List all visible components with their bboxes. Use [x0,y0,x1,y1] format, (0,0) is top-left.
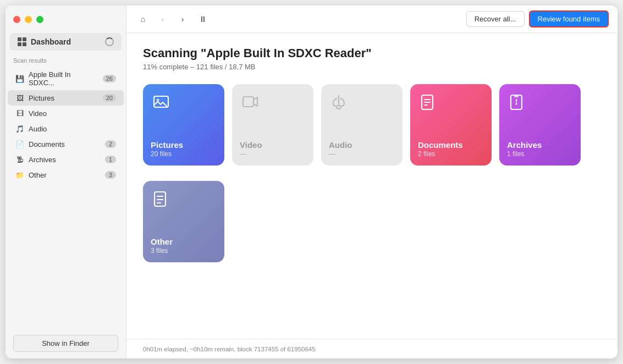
folder-icon: 📁 [15,170,24,179]
card-pictures-sublabel: 20 files [151,150,172,158]
sidebar-item-archives[interactable]: 🗜 Archives 1 [8,152,124,167]
content-area: Scanning "Apple Built In SDXC Reader" 11… [126,33,618,339]
sidebar-item-label: Documents [29,140,101,148]
sidebar-badge: 2 [105,140,116,148]
music-icon: 🎵 [15,124,24,133]
sidebar-badge: 3 [105,171,116,179]
sidebar-item-other[interactable]: 📁 Other 3 [8,167,124,183]
svg-point-3 [337,106,341,109]
back-button[interactable]: ‹ [155,12,170,27]
sidebar-item-documents[interactable]: 📄 Documents 2 [8,136,124,152]
card-video[interactable]: Video — [232,84,313,166]
sidebar-badge: 20 [103,94,116,102]
forward-button[interactable]: › [175,12,190,27]
sidebar: Dashboard Scan results 💾 Apple Built In … [5,5,126,359]
dashboard-item[interactable]: Dashboard [10,33,122,51]
pause-button[interactable]: ⏸ [195,12,210,27]
documents-card-icon [420,94,434,114]
card-archives[interactable]: Archives 1 files [499,84,581,166]
dashboard-label: Dashboard [31,37,71,46]
review-arrow-indicator [616,5,618,13]
other-card-icon [153,191,167,211]
dashboard-icon [18,37,26,46]
status-text: 0h01m elapsed, ~0h10m remain, block 7137… [143,346,316,352]
card-video-label: Video [240,140,262,150]
arrow-container: Review found items [529,10,609,27]
review-found-items-button[interactable]: Review found items [529,10,609,27]
sidebar-badge: 1 [105,156,116,163]
sidebar-item-pictures[interactable]: 🖼 Pictures 20 [8,90,124,106]
sidebar-item-video[interactable]: 🎞 Video [8,106,124,121]
minimize-button[interactable] [25,16,32,23]
hdd-icon: 💾 [15,74,24,83]
sidebar-item-label: Audio [29,125,116,133]
loading-spinner [105,37,114,46]
card-pictures-label: Pictures [151,140,183,150]
archives-card-icon [509,94,523,114]
cards-grid: Pictures 20 files Video — Audio [143,84,601,262]
sidebar-item-label: Pictures [29,94,98,102]
title-bar [5,5,126,33]
card-documents-label: Documents [418,140,463,150]
sidebar-item-label: Video [29,109,116,118]
scan-title: Scanning "Apple Built In SDXC Reader" [143,46,601,60]
svg-rect-9 [514,95,519,97]
card-documents-sublabel: 2 files [418,150,435,158]
sidebar-item-label: Apple Built In SDXC... [29,70,98,87]
svg-rect-2 [243,97,253,107]
card-video-sublabel: — [240,150,246,158]
card-archives-sublabel: 1 files [507,150,524,158]
audio-card-icon [331,94,346,114]
sidebar-item-audio[interactable]: 🎵 Audio [8,121,124,136]
scan-results-label: Scan results [5,55,126,67]
close-button[interactable] [13,16,20,23]
svg-point-1 [157,99,159,102]
recover-all-button[interactable]: Recover all... [466,11,525,27]
home-button[interactable]: ⌂ [135,12,151,27]
card-audio-sublabel: — [329,150,335,158]
maximize-button[interactable] [36,16,43,23]
toolbar: ⌂ ‹ › ⏸ Recover all... Review found item… [126,5,618,33]
sidebar-item-apple-built-in[interactable]: 💾 Apple Built In SDXC... 26 [8,67,124,90]
show-in-finder-button[interactable]: Show in Finder [13,335,118,352]
sidebar-item-label: Archives [29,156,101,164]
card-other[interactable]: Other 3 files [143,181,224,262]
pictures-card-icon [153,94,169,113]
doc-icon: 📄 [15,140,24,148]
status-bar: 0h01m elapsed, ~0h10m remain, block 7137… [126,339,618,359]
archive-icon: 🗜 [15,155,24,164]
card-other-label: Other [151,237,173,247]
sidebar-badge: 26 [103,75,116,82]
sidebar-item-label: Other [29,171,101,179]
sidebar-footer: Show in Finder [5,328,126,359]
film-icon: 🎞 [15,109,24,118]
card-pictures[interactable]: Pictures 20 files [143,84,224,166]
card-archives-label: Archives [507,140,542,150]
card-audio-label: Audio [329,140,352,150]
card-other-sublabel: 3 files [151,247,168,255]
card-documents[interactable]: Documents 2 files [410,84,492,166]
main-content: ⌂ ‹ › ⏸ Recover all... Review found item… [126,5,618,359]
scan-subtitle: 11% complete – 121 files / 18,7 MB [143,63,601,71]
app-window: Dashboard Scan results 💾 Apple Built In … [5,5,618,359]
card-audio[interactable]: Audio — [321,84,403,166]
image-icon: 🖼 [15,93,24,102]
video-card-icon [242,94,258,113]
